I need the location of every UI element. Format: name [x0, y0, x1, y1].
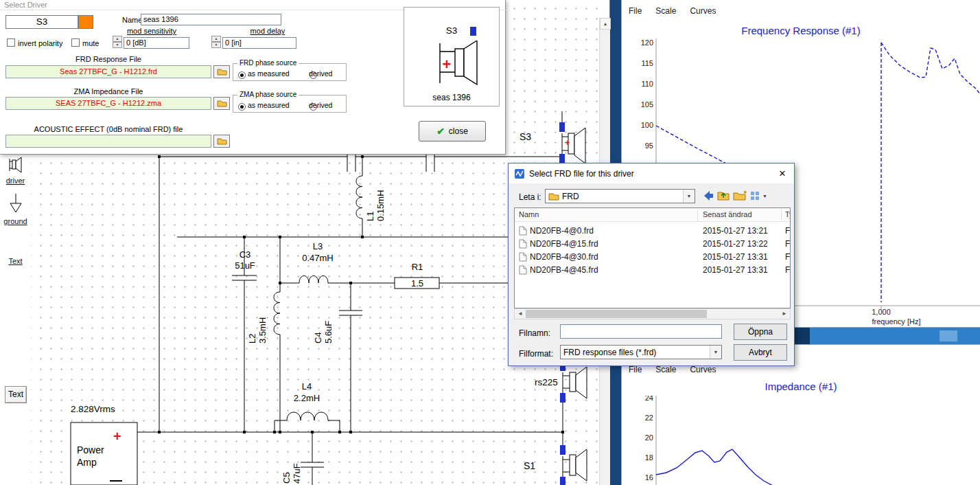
- file-row[interactable]: ND20FB-4@0.frd 2015-01-27 13:21 FF: [515, 225, 790, 238]
- file-dialog-titlebar[interactable]: Select FRD file for this driver ✕: [509, 163, 794, 183]
- column-separator[interactable]: [781, 210, 782, 221]
- zma-phase-measured-radio[interactable]: [238, 103, 246, 111]
- zma-phase-legend: ZMA phase source: [237, 91, 299, 98]
- ground-tool[interactable]: ground: [0, 192, 31, 228]
- svg-text:51uF: 51uF: [235, 260, 255, 271]
- power-amp[interactable]: Power Amp + 2.828Vrms: [71, 404, 137, 485]
- zma-file-field[interactable]: SEAS 27TBFC_G - H1212.zma: [5, 97, 211, 110]
- delay-spinner[interactable]: ▲▼: [211, 36, 221, 48]
- text-tool-button[interactable]: Text: [5, 386, 27, 403]
- imp-chart-plot[interactable]: 24 22 20 18 16: [622, 396, 980, 485]
- chevron-down-icon[interactable]: ▼: [710, 346, 721, 359]
- app-icon: [514, 168, 525, 179]
- mute-label: mute: [82, 39, 99, 47]
- freq-menubar: File Scale Curves: [622, 4, 980, 18]
- acoustic-section-label: ACOUSTIC EFFECT (0dB nominal FRD) file: [5, 125, 211, 133]
- frd-phase-measured-radio[interactable]: [238, 71, 246, 79]
- sensitivity-input[interactable]: [124, 37, 189, 49]
- delay-input[interactable]: [222, 37, 296, 49]
- column-separator[interactable]: [697, 210, 698, 221]
- filename-input[interactable]: [560, 324, 722, 339]
- driver-symbol-rs225[interactable]: rs225: [535, 361, 587, 403]
- component-c5[interactable]: C5 47uF: [281, 463, 302, 484]
- cancel-button[interactable]: Avbryt: [734, 344, 787, 361]
- back-button[interactable]: [702, 190, 714, 202]
- invert-polarity-checkbox[interactable]: [7, 38, 15, 47]
- scrollbar-thumb[interactable]: [526, 310, 707, 318]
- zma-browse-button[interactable]: [213, 97, 230, 110]
- view-menu-button[interactable]: ▼: [750, 190, 771, 202]
- mod-sensitivity-label: mod sensitivity: [113, 27, 190, 35]
- scroll-right-icon[interactable]: ►: [779, 309, 790, 319]
- driver-symbol-s3[interactable]: + S3: [520, 122, 585, 163]
- driver-name-input[interactable]: [141, 14, 281, 25]
- close-button-label: close: [449, 126, 468, 136]
- open-button[interactable]: Öppna: [734, 324, 787, 340]
- file-name: ND20FB-4@30.frd: [530, 252, 598, 262]
- svg-text:C5: C5: [281, 472, 292, 484]
- frd-browse-button[interactable]: [213, 65, 230, 78]
- svg-text:3.5mH: 3.5mH: [257, 317, 268, 343]
- column-modified[interactable]: Senast ändrad: [703, 210, 752, 218]
- menu-file[interactable]: File: [629, 6, 642, 16]
- sensitivity-spinner[interactable]: ▲▼: [113, 36, 122, 48]
- file-name: ND20FB-4@15.frd: [530, 239, 598, 249]
- check-icon: ✔: [436, 126, 445, 137]
- scroll-left-icon[interactable]: ◄: [515, 309, 526, 319]
- chevron-down-icon[interactable]: ▼: [683, 190, 695, 203]
- zma-phase-measured-label: as measured: [248, 101, 290, 109]
- frd-file-field[interactable]: Seas 27TBFC_G - H1212.frd: [5, 65, 211, 78]
- s3-plus-icon: +: [565, 137, 570, 148]
- file-modified: 2015-01-27 13:21: [703, 226, 768, 236]
- svg-text:L3: L3: [313, 241, 323, 251]
- acoustic-browse-button[interactable]: [213, 135, 230, 148]
- file-type: FF: [785, 265, 791, 275]
- file-row[interactable]: ND20FB-4@45.frd 2015-01-27 13:31 FF: [515, 264, 790, 277]
- acoustic-file-field[interactable]: [5, 135, 211, 148]
- look-in-combo[interactable]: FRD ▼: [545, 189, 695, 203]
- file-row[interactable]: ND20FB-4@30.frd 2015-01-27 13:31 FF: [515, 251, 790, 264]
- r1-name: R1: [412, 262, 423, 272]
- frd-phase-legend: FRD phase source: [237, 59, 299, 67]
- up-folder-button[interactable]: [717, 190, 730, 202]
- driver-symbol-s1[interactable]: S1: [524, 445, 587, 485]
- file-list[interactable]: Namn Senast ändrad Ty ND20FB-4@0.frd 201…: [514, 207, 791, 308]
- tool-palette: driver ground Text Text: [0, 153, 31, 485]
- file-type: FF: [785, 252, 791, 262]
- look-in-label: Leta i:: [519, 192, 541, 202]
- close-icon[interactable]: ✕: [771, 163, 794, 183]
- imp-ytick: 24: [645, 396, 653, 402]
- select-driver-dialog: Select Driver S3 Name mod sensitivity mo…: [0, 0, 506, 155]
- menu-curves[interactable]: Curves: [690, 365, 716, 374]
- component-r1[interactable]: R1 1.5: [395, 262, 439, 289]
- imp-ytick: 20: [645, 433, 653, 442]
- menu-curves[interactable]: Curves: [690, 6, 716, 16]
- menu-scale[interactable]: Scale: [655, 6, 676, 16]
- file-row[interactable]: ND20FB-4@15.frd 2015-01-27 13:22 FF: [515, 238, 790, 251]
- driver-tool[interactable]: driver: [0, 155, 31, 185]
- column-name[interactable]: Namn: [519, 210, 539, 218]
- text-tool-label[interactable]: Text: [0, 257, 31, 265]
- file-name: ND20FB-4@45.frd: [530, 265, 598, 275]
- filetype-value: FRD response files (*.frd): [561, 348, 656, 357]
- component-c3[interactable]: C3 51uF: [235, 249, 255, 271]
- component-l1[interactable]: L1 0.15mH: [365, 190, 386, 221]
- menu-scale[interactable]: Scale: [655, 365, 676, 374]
- component-l3[interactable]: L3 0.47mH: [302, 241, 334, 263]
- filetype-combo[interactable]: FRD response files (*.frd) ▼: [560, 345, 722, 359]
- menu-file[interactable]: File: [629, 365, 642, 374]
- imp-ytick: 16: [645, 473, 653, 482]
- new-folder-button[interactable]: ✦: [733, 190, 747, 202]
- column-type[interactable]: Ty: [785, 210, 791, 218]
- svg-text:0.47mH: 0.47mH: [302, 253, 334, 263]
- imp-ytick: 22: [645, 414, 653, 422]
- scroll-up-button[interactable]: ▲: [600, 18, 611, 30]
- close-button[interactable]: ✔ close: [419, 121, 486, 142]
- driver-color-button[interactable]: [78, 15, 93, 29]
- component-c4[interactable]: C4 5.6uF: [313, 321, 334, 343]
- component-l4[interactable]: L4 2.2mH: [294, 381, 320, 403]
- file-list-hscrollbar[interactable]: ◄ ►: [514, 308, 791, 319]
- mute-checkbox[interactable]: [71, 38, 80, 47]
- freq-ytick: 110: [641, 80, 653, 88]
- component-l2[interactable]: L2 3.5mH: [247, 317, 268, 343]
